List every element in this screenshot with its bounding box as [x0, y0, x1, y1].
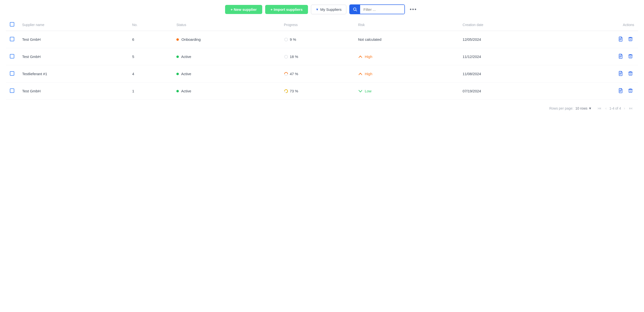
- progress-label: 47 %: [290, 72, 298, 76]
- progress-label: 9 %: [290, 37, 296, 41]
- svg-rect-35: [629, 89, 632, 92]
- svg-rect-8: [629, 38, 632, 41]
- document-button[interactable]: [617, 87, 624, 95]
- filter-icon: ▼: [316, 8, 319, 11]
- more-options-button[interactable]: •••: [408, 5, 419, 14]
- risk-label: Not calculated: [358, 37, 382, 41]
- row-checkbox[interactable]: [10, 37, 14, 41]
- filter-input[interactable]: [360, 5, 404, 14]
- header-actions: Actions: [554, 19, 638, 31]
- row-checkbox-cell: [6, 65, 18, 83]
- next-page-button[interactable]: ›: [622, 106, 626, 111]
- rows-chevron-icon: ▼: [588, 106, 592, 110]
- search-icon: [353, 7, 357, 11]
- row-supplier-name: Testlieferant #1: [18, 65, 128, 83]
- my-suppliers-button[interactable]: ▼ My Suppliers: [311, 5, 346, 14]
- row-risk: Low: [354, 83, 459, 100]
- rows-per-page-label: Rows per page:: [549, 106, 574, 110]
- suppliers-table: Supplier name No. Status Progress Risk C…: [6, 19, 638, 100]
- trash-icon: [628, 54, 633, 59]
- header-supplier-name: Supplier name: [18, 19, 128, 31]
- risk-wrap: High: [358, 72, 455, 76]
- risk-label: High: [365, 55, 372, 59]
- delete-button[interactable]: [627, 87, 634, 95]
- suppliers-table-wrap: Supplier name No. Status Progress Risk C…: [0, 19, 644, 100]
- my-suppliers-label: My Suppliers: [320, 7, 342, 11]
- row-no: 1: [128, 83, 172, 100]
- row-progress: 47 %: [280, 65, 354, 83]
- status-dot: [176, 38, 179, 41]
- row-status: Active: [172, 48, 280, 65]
- first-page-button[interactable]: ⏮: [596, 106, 603, 111]
- document-icon: [618, 71, 623, 76]
- row-checkbox[interactable]: [10, 88, 14, 93]
- rows-select[interactable]: 10 rows ▼: [575, 106, 592, 110]
- header-checkbox-cell: [6, 19, 18, 31]
- import-suppliers-button[interactable]: + Import suppliers: [265, 5, 308, 14]
- table-header-row: Supplier name No. Status Progress Risk C…: [6, 19, 638, 31]
- progress-ring-icon: [284, 37, 288, 42]
- document-icon: [618, 88, 623, 93]
- row-no: 5: [128, 48, 172, 65]
- row-checkbox[interactable]: [10, 54, 14, 58]
- table-row: Test GmbH 1 Active 73 % Low: [6, 83, 638, 100]
- page-info: 1-4 of 4: [609, 106, 621, 110]
- risk-label: High: [365, 72, 372, 76]
- rows-value: 10 rows: [575, 106, 588, 110]
- row-checkbox-cell: [6, 31, 18, 48]
- prev-page-button[interactable]: ‹: [604, 106, 608, 111]
- status-label: Active: [181, 72, 192, 76]
- search-container: [349, 4, 405, 14]
- row-supplier-name: Test GmbH: [18, 48, 128, 65]
- last-page-button[interactable]: ⏭: [628, 106, 634, 111]
- document-button[interactable]: [617, 35, 624, 43]
- trash-icon: [628, 88, 633, 93]
- risk-label: Low: [365, 89, 372, 93]
- risk-wrap: Not calculated: [358, 37, 455, 41]
- row-no: 4: [128, 65, 172, 83]
- delete-button[interactable]: [627, 53, 634, 61]
- progress-ring-icon: [284, 72, 288, 76]
- status-label: Active: [181, 89, 192, 93]
- row-status: Active: [172, 65, 280, 83]
- more-icon: •••: [410, 6, 417, 12]
- status-dot: [176, 73, 179, 75]
- row-status: Onboarding: [172, 31, 280, 48]
- progress-label: 73 %: [290, 89, 298, 93]
- header-creation-date: Creation date: [459, 19, 554, 31]
- progress-label: 18 %: [290, 55, 298, 59]
- progress-ring-icon: [284, 89, 288, 93]
- search-button[interactable]: [350, 5, 360, 14]
- document-icon: [618, 54, 623, 59]
- table-footer: Rows per page: 10 rows ▼ ⏮ ‹ 1-4 of 4 › …: [0, 100, 644, 117]
- select-all-checkbox[interactable]: [10, 22, 14, 26]
- risk-wrap: Low: [358, 89, 455, 93]
- svg-rect-26: [629, 72, 632, 75]
- row-risk: High: [354, 48, 459, 65]
- header-status: Status: [172, 19, 280, 31]
- row-risk: High: [354, 65, 459, 83]
- row-progress: 18 %: [280, 48, 354, 65]
- row-checkbox-cell: [6, 48, 18, 65]
- status-label: Active: [181, 55, 192, 59]
- new-supplier-button[interactable]: + New supplier: [225, 5, 262, 14]
- document-button[interactable]: [617, 70, 624, 78]
- delete-button[interactable]: [627, 70, 634, 78]
- trash-icon: [628, 36, 633, 42]
- row-progress: 73 %: [280, 83, 354, 100]
- row-actions-cell: [554, 65, 638, 83]
- table-row: Test GmbH 5 Active 18 % High: [6, 48, 638, 65]
- document-icon: [618, 36, 623, 42]
- row-creation-date: 11/12/2024: [459, 48, 554, 65]
- row-creation-date: 07/19/2024: [459, 83, 554, 100]
- row-checkbox[interactable]: [10, 71, 14, 76]
- trash-icon: [628, 71, 633, 76]
- toolbar: + New supplier + Import suppliers ▼ My S…: [0, 0, 644, 19]
- table-row: Test GmbH 6 Onboarding 9 % Not calcu: [6, 31, 638, 48]
- header-risk: Risk: [354, 19, 459, 31]
- document-button[interactable]: [617, 53, 624, 61]
- table-row: Testlieferant #1 4 Active 47 % High: [6, 65, 638, 83]
- row-actions-cell: [554, 48, 638, 65]
- delete-button[interactable]: [627, 35, 634, 43]
- row-supplier-name: Test GmbH: [18, 31, 128, 48]
